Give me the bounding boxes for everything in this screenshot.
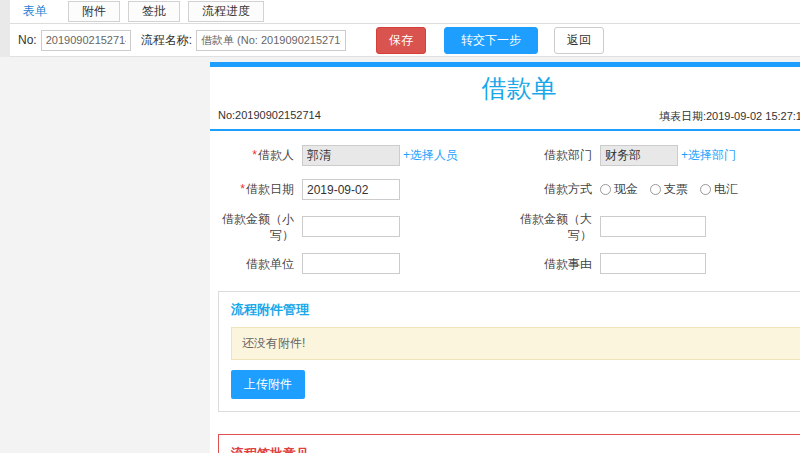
next-step-button[interactable]: 转交下一步 [444,27,538,54]
action-toolbar: No: 流程名称: 保存 转交下一步 返回 [10,24,800,57]
borrower-label: *借款人 [218,147,302,163]
tab-progress[interactable]: 流程进度 [188,1,264,22]
process-name-input[interactable] [196,30,346,51]
radio-circle-icon [600,184,611,195]
dept-input[interactable] [600,145,678,166]
radio-circle-icon [650,184,661,195]
approval-heading: 流程签批意见 [219,435,800,453]
save-button[interactable]: 保存 [376,27,426,54]
tab-bar: 表单 附件 签批 流程进度 [10,0,800,24]
no-attachments-notice: 还没有附件! [231,327,800,360]
loan-method-label: 借款方式 [508,181,600,197]
page-title: 借款单 [210,75,800,103]
tab-approval[interactable]: 签批 [128,1,180,22]
form-date-text: 填表日期:2019-09-02 15:27:1 [659,109,800,124]
loan-unit-label: 借款单位 [218,256,302,272]
loan-unit-input[interactable] [302,253,400,274]
loan-date-label: *借款日期 [218,181,302,197]
required-star: * [252,148,257,162]
borrower-input[interactable] [302,145,400,166]
amount-big-input[interactable] [600,216,706,237]
radio-cash[interactable]: 现金 [600,181,638,198]
select-person-link[interactable]: +选择人员 [403,147,458,164]
process-name-label: 流程名称: [141,32,192,49]
upload-attachment-button[interactable]: 上传附件 [231,370,305,399]
no-label: No: [18,33,37,47]
attachments-section: 流程附件管理 还没有附件! 上传附件 [218,291,800,412]
amount-small-input[interactable] [302,216,400,237]
form-meta-row: No:20190902152714 填表日期:2019-09-02 15:27:… [210,107,800,129]
back-button[interactable]: 返回 [554,27,604,54]
required-star: * [240,182,245,196]
radio-wire[interactable]: 电汇 [700,181,738,198]
approval-section: 流程签批意见 B I abc ✎ ● ▣ ⚑ ≣ ≡ ⇤ ⇥ [218,434,800,453]
amount-big-label: 借款金额（大写） [508,211,600,243]
amount-small-label: 借款金额（小写） [218,211,302,243]
tab-form[interactable]: 表单 [10,0,60,23]
dept-label: 借款部门 [508,147,600,163]
tab-attachments[interactable]: 附件 [68,1,120,22]
loan-form-panel: 借款单 No:20190902152714 填表日期:2019-09-02 15… [210,62,800,453]
loan-date-input[interactable] [302,179,400,200]
panel-top-accent [210,62,800,67]
form-no-text: No:20190902152714 [218,109,321,124]
left-gutter [0,0,10,57]
page-background: 借款单 No:20190902152714 填表日期:2019-09-02 15… [0,57,800,453]
loan-reason-input[interactable] [600,253,706,274]
no-input[interactable] [41,30,131,51]
loan-reason-label: 借款事由 [508,256,600,272]
loan-method-group: 现金 支票 电汇 [600,181,738,198]
radio-cheque[interactable]: 支票 [650,181,688,198]
select-dept-link[interactable]: +选择部门 [681,147,736,164]
form-fields-grid: *借款人 +选择人员 借款部门 +选择部门 *借款日期 借款方式 [210,131,800,285]
attachments-heading: 流程附件管理 [219,292,800,325]
radio-circle-icon [700,184,711,195]
